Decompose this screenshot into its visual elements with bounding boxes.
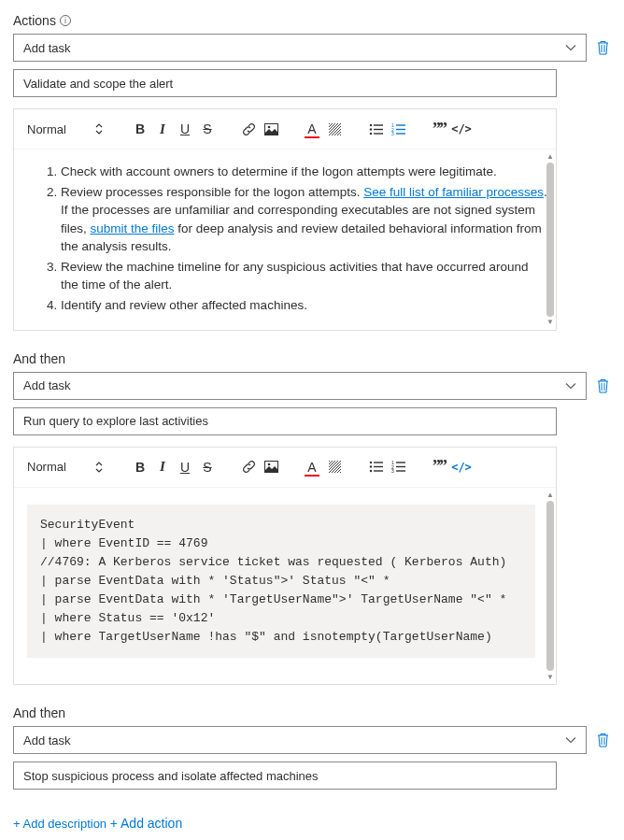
svg-point-1	[267, 125, 270, 128]
list-item: Review processes responsible for the log…	[61, 183, 548, 256]
task-title-input[interactable]: Run query to explore last activities	[13, 407, 557, 435]
strike-button[interactable]: S	[197, 119, 218, 139]
svg-rect-8	[374, 133, 383, 134]
format-updown-icon[interactable]	[89, 457, 109, 477]
rich-text-editor: Normal B I U S A 123 ”” </> Security	[13, 447, 557, 686]
action-type-select[interactable]: Add task	[13, 372, 587, 400]
task-title-value: Run query to explore last activities	[23, 414, 208, 428]
italic-button[interactable]: I	[152, 457, 173, 477]
actions-header: Actions i	[13, 13, 611, 28]
familiar-processes-link[interactable]: See full list of familiar processes	[363, 185, 544, 199]
scroll-up-arrow[interactable]: ▲	[546, 491, 554, 499]
editor-toolbar: Normal B I U S A 123 ”” </>	[14, 109, 556, 149]
format-select[interactable]: Normal	[27, 119, 83, 139]
font-color-button[interactable]: A	[302, 457, 322, 477]
svg-point-3	[369, 123, 371, 125]
code-block: SecurityEvent | where EventID == 4769 //…	[27, 505, 535, 659]
svg-rect-4	[374, 124, 383, 125]
list-item: Identify and review other affected machi…	[61, 296, 548, 315]
action-type-select[interactable]: Add task	[13, 34, 587, 62]
list-item: Check with account owners to determine i…	[61, 163, 548, 181]
delete-action-button[interactable]	[594, 39, 611, 56]
scrollbar[interactable]: ▲ ▼	[546, 153, 554, 326]
underline-button[interactable]: U	[175, 457, 195, 477]
and-then-label: And then	[13, 705, 611, 720]
svg-rect-29	[396, 470, 405, 471]
scroll-up-arrow[interactable]: ▲	[546, 153, 554, 161]
bullet-list-button[interactable]	[365, 119, 386, 139]
submit-files-link[interactable]: submit the files	[91, 221, 175, 235]
add-description-button[interactable]: + Add description	[13, 817, 106, 831]
chevron-down-icon	[565, 380, 576, 392]
delete-action-button[interactable]	[594, 732, 611, 748]
svg-point-7	[369, 132, 371, 134]
format-select[interactable]: Normal	[27, 457, 83, 477]
font-color-button[interactable]: A	[302, 119, 322, 139]
svg-point-16	[267, 463, 270, 466]
select-value: Add task	[23, 733, 71, 747]
scroll-down-arrow[interactable]: ▼	[546, 673, 554, 680]
select-value: Add task	[23, 41, 71, 55]
editor-toolbar: Normal B I U S A 123 ”” </>	[14, 448, 556, 488]
svg-rect-19	[374, 462, 383, 463]
link-button[interactable]	[238, 119, 259, 139]
actions-label: Actions	[13, 13, 56, 28]
svg-text:3: 3	[391, 131, 394, 135]
svg-rect-23	[374, 470, 383, 471]
svg-rect-12	[396, 128, 405, 129]
chevron-down-icon	[565, 734, 576, 746]
chevron-down-icon	[565, 42, 576, 53]
code-button[interactable]: </>	[451, 119, 472, 139]
svg-point-5	[369, 128, 371, 130]
svg-rect-21	[374, 466, 383, 467]
highlight-button[interactable]	[324, 457, 345, 477]
task-title-value: Stop suspicious process and isolate affe…	[23, 769, 319, 783]
svg-rect-14	[396, 133, 405, 134]
action-type-select[interactable]: Add task	[13, 726, 587, 754]
svg-rect-2	[329, 123, 341, 135]
bold-button[interactable]: B	[130, 457, 150, 477]
svg-rect-10	[396, 124, 405, 125]
info-icon[interactable]: i	[60, 15, 71, 26]
svg-rect-25	[396, 462, 405, 463]
quote-button[interactable]: ””	[429, 119, 449, 139]
bold-button[interactable]: B	[130, 119, 150, 139]
svg-text:3: 3	[391, 468, 394, 473]
italic-button[interactable]: I	[152, 119, 173, 139]
and-then-label: And then	[13, 351, 611, 366]
list-item: Review the machine timeline for any susp…	[61, 258, 548, 294]
scroll-thumb[interactable]	[546, 163, 554, 317]
task-title-input[interactable]: Validate and scope the alert	[13, 69, 557, 97]
scroll-down-arrow[interactable]: ▼	[546, 319, 554, 326]
scrollbar[interactable]: ▲ ▼	[546, 491, 554, 681]
scroll-thumb[interactable]	[546, 501, 554, 672]
svg-rect-27	[396, 466, 405, 467]
svg-point-20	[369, 465, 371, 467]
image-button[interactable]	[261, 119, 281, 139]
quote-button[interactable]: ””	[429, 457, 449, 477]
add-action-button[interactable]: + Add action	[110, 816, 182, 831]
svg-rect-6	[374, 128, 383, 129]
editor-content[interactable]: SecurityEvent | where EventID == 4769 //…	[14, 488, 556, 685]
delete-action-button[interactable]	[594, 377, 611, 394]
image-button[interactable]	[261, 457, 281, 477]
svg-rect-17	[329, 461, 341, 473]
highlight-button[interactable]	[324, 119, 345, 139]
numbered-list-button[interactable]: 123	[388, 457, 408, 477]
strike-button[interactable]: S	[197, 457, 218, 477]
svg-point-18	[369, 462, 371, 463]
format-updown-icon[interactable]	[89, 119, 109, 139]
link-button[interactable]	[238, 457, 259, 477]
underline-button[interactable]: U	[175, 119, 195, 139]
task-title-input[interactable]: Stop suspicious process and isolate affe…	[13, 762, 557, 790]
select-value: Add task	[23, 378, 71, 392]
task-title-value: Validate and scope the alert	[23, 77, 173, 91]
svg-point-22	[369, 470, 371, 472]
rich-text-editor: Normal B I U S A 123 ”” </> C	[13, 108, 557, 331]
code-button[interactable]: </>	[451, 457, 472, 477]
editor-content[interactable]: Check with account owners to determine i…	[14, 149, 556, 330]
bullet-list-button[interactable]	[365, 457, 386, 477]
numbered-list-button[interactable]: 123	[388, 119, 408, 139]
